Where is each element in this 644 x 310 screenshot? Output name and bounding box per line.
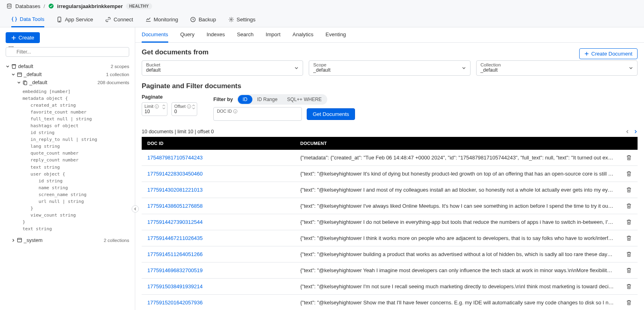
create-document-button[interactable]: Create Document [579, 48, 638, 59]
filter-by-label: Filter by [213, 97, 233, 102]
doc-preview: {"text": "@kelseyhightower I've always l… [295, 198, 620, 214]
offset-stepper[interactable] [192, 104, 195, 110]
tab-app-service[interactable]: App Service [56, 12, 93, 27]
delete-button[interactable] [620, 182, 638, 198]
svg-rect-8 [24, 81, 27, 85]
delete-button[interactable] [620, 230, 638, 246]
delete-button[interactable] [620, 214, 638, 230]
link-icon [105, 17, 111, 23]
collection-select-value: _default [481, 67, 633, 73]
breadcrumb-db-name[interactable]: irregularsjaakbrinkkemper [57, 3, 123, 9]
pill-id-range[interactable]: ID Range [252, 95, 283, 104]
stab-analytics[interactable]: Analytics [293, 31, 314, 42]
delete-button[interactable] [620, 262, 638, 279]
doc-id-link[interactable]: 1775914228303450460 [147, 171, 202, 177]
trash-icon [626, 171, 632, 177]
tree-collection-meta: 208 documents [97, 80, 129, 85]
create-button[interactable]: Create [6, 32, 40, 43]
doc-id-link[interactable]: 1775914696832700519 [147, 267, 202, 273]
tab-monitoring[interactable]: Monitoring [145, 12, 178, 27]
delete-button[interactable] [620, 198, 638, 214]
primary-tabs: Data Tools App Service Connect Monitorin… [0, 12, 644, 27]
doc-id-link[interactable]: 1754879817105744243 [147, 155, 202, 161]
table-row: 1775914386051276858{"text": "@kelseyhigh… [142, 198, 638, 214]
table-row: 1775914467211026435{"text": "@kelseyhigh… [142, 230, 638, 246]
delete-button[interactable] [620, 295, 638, 310]
limit-value: 10 [144, 109, 165, 114]
get-documents-button[interactable]: Get Documents [307, 108, 355, 120]
trash-icon [626, 300, 632, 306]
tree-bucket[interactable]: default 2 scopes [6, 62, 129, 70]
limit-stepper[interactable] [162, 104, 165, 110]
breadcrumb-root[interactable]: Databases [15, 3, 40, 9]
svg-rect-6 [17, 72, 21, 76]
delete-button[interactable] [620, 150, 638, 166]
collection-select[interactable]: Collection _default [476, 60, 638, 76]
tree-collection[interactable]: _default 208 documents [6, 79, 129, 87]
stab-search[interactable]: Search [237, 31, 254, 42]
page-next-button[interactable] [634, 130, 638, 134]
health-badge: HEALTHY [126, 3, 152, 9]
scope-select-value: _default [313, 67, 466, 73]
tree-scope[interactable]: _default 1 collection [6, 70, 129, 79]
limit-input[interactable]: Limit 10 [142, 102, 167, 116]
braces-icon [11, 16, 17, 22]
paginate-label: Paginate [142, 94, 197, 100]
offset-input[interactable]: Offset 0 [171, 102, 197, 116]
table-row: 1775914228303450460{"text": "@kelseyhigh… [142, 166, 638, 182]
stab-indexes[interactable]: Indexes [206, 31, 225, 42]
sidebar-collapse-button[interactable] [132, 205, 139, 213]
schema-preview: embedding [number] metadata object { cre… [23, 88, 129, 232]
pill-id[interactable]: ID [238, 95, 252, 104]
delete-button[interactable] [620, 279, 638, 295]
tree-system-label: _system [24, 238, 43, 243]
bucket-select[interactable]: Bucket default [142, 60, 303, 76]
stab-query[interactable]: Query [180, 31, 194, 42]
doc-id-link[interactable]: 1775915201642057936 [147, 300, 202, 306]
chevron-right-icon [11, 238, 15, 242]
docid-input[interactable]: DOC ID [213, 107, 302, 121]
stab-eventing[interactable]: Eventing [326, 31, 346, 42]
doc-id-link[interactable]: 1775914386051276858 [147, 203, 202, 209]
trash-icon [626, 267, 632, 273]
stab-documents[interactable]: Documents [142, 31, 168, 43]
doc-preview: {"text": "@kelseyhightower Yeah I imagin… [295, 262, 620, 279]
scope-icon [17, 238, 22, 243]
page-prev-button[interactable] [625, 130, 630, 134]
table-row: 1754879817105744243{"metadata": {"create… [142, 150, 638, 166]
stab-import[interactable]: Import [266, 31, 281, 42]
tab-app-service-label: App Service [65, 17, 93, 23]
tab-connect[interactable]: Connect [105, 12, 133, 27]
doc-preview: {"text": "@kelseyhightower Show me that … [295, 295, 620, 310]
breadcrumb-separator: / [43, 3, 45, 9]
filter-input[interactable] [6, 47, 129, 57]
bucket-select-label: Bucket [146, 62, 299, 67]
pill-sql-where[interactable]: SQL++ WHERE [282, 95, 326, 104]
offset-value: 0 [174, 109, 194, 114]
tab-data-tools[interactable]: Data Tools [11, 12, 44, 27]
doc-id-link[interactable]: 1775915038491939214 [147, 283, 202, 289]
table-row: 1775914511264051266{"text": "@kelseyhigh… [142, 246, 638, 262]
doc-id-link[interactable]: 1775914302081221013 [147, 187, 202, 193]
trash-icon [626, 155, 632, 161]
create-button-label: Create [19, 35, 34, 41]
doc-id-link[interactable]: 1775914427390312544 [147, 219, 202, 225]
tree-system-meta: 2 collections [104, 238, 129, 243]
tree-system-scope[interactable]: _system 2 collections [6, 236, 129, 244]
trash-icon [626, 203, 632, 209]
table-row: 1775915201642057936{"text": "@kelseyhigh… [142, 295, 638, 310]
tab-settings[interactable]: Settings [228, 12, 256, 27]
doc-id-link[interactable]: 1775914467211026435 [147, 235, 202, 241]
doc-preview: {"text": "@kelseyhightower I think it wo… [295, 230, 620, 246]
scope-select[interactable]: Scope _default [309, 60, 470, 76]
tab-monitoring-label: Monitoring [154, 17, 178, 23]
delete-button[interactable] [620, 166, 638, 182]
filter-pill-group: ID ID Range SQL++ WHERE [237, 94, 328, 105]
delete-button[interactable] [620, 246, 638, 262]
tree-scope-label: _default [24, 72, 41, 77]
sidebar: Create default 2 scopes _default [0, 27, 135, 310]
tab-backup[interactable]: Backup [190, 12, 216, 27]
getfrom-title: Get documents from [142, 48, 208, 56]
doc-id-link[interactable]: 1775914511264051266 [147, 251, 202, 257]
docid-label: DOC ID [217, 109, 232, 114]
